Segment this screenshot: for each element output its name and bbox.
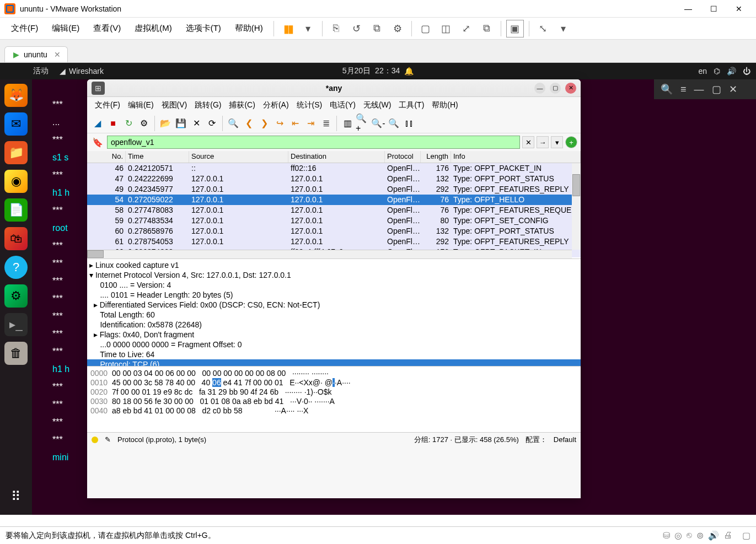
settings-icon[interactable]: ⚙ — [389, 20, 406, 37]
col-header-info[interactable]: Info — [451, 151, 581, 163]
hex-row[interactable]: 0000 00 00 03 04 00 06 00 00 00 00 00 00… — [90, 369, 577, 378]
menu-tabs[interactable]: 选项卡(T) — [180, 20, 227, 37]
dock-libreoffice-icon[interactable]: 📄 — [4, 198, 28, 222]
minimize-button[interactable]: — — [675, 0, 701, 18]
network-icon[interactable]: ⎋ — [687, 530, 692, 541]
detail-line[interactable]: Time to Live: 64 — [89, 349, 578, 359]
packet-row[interactable]: 460.242120571::ff02::16OpenFl…176Type: O… — [87, 163, 581, 174]
console-icon[interactable]: ▣ — [506, 20, 524, 37]
save-file-icon[interactable]: 💾 — [174, 116, 188, 131]
packet-details[interactable]: ▸ Linux cooked capture v1 ▾ Internet Pro… — [87, 258, 581, 366]
pencil-icon[interactable]: ✎ — [105, 435, 111, 444]
ws-close-icon[interactable]: ✕ — [565, 83, 576, 94]
col-header-no[interactable]: No. — [87, 151, 126, 163]
system-tray[interactable]: en ⌬ 🔊 ⏻ — [698, 67, 750, 76]
col-header-time[interactable]: Time — [126, 151, 189, 163]
printer-icon[interactable]: 🖨 — [723, 530, 732, 541]
view-split-icon[interactable]: ◫ — [437, 20, 455, 37]
go-back-icon[interactable]: ❮ — [242, 116, 256, 131]
apply-filter-icon[interactable]: → — [537, 136, 549, 148]
packet-row[interactable]: 600.278658976127.0.0.1127.0.0.1OpenFl…13… — [87, 226, 581, 236]
tab-close-icon[interactable]: ✕ — [54, 50, 61, 59]
ws-menu-view[interactable]: 视图(V) — [158, 99, 191, 112]
detail-line[interactable]: ▸ Differentiated Services Field: 0x00 (D… — [89, 300, 578, 310]
dock-rhythmbox-icon[interactable]: ◉ — [4, 170, 28, 193]
capture-options-icon[interactable]: ⚙ — [137, 116, 151, 131]
ws-menu-go[interactable]: 跳转(G) — [191, 99, 224, 112]
menu-edit[interactable]: 编辑(E) — [46, 20, 85, 37]
network-icon[interactable]: ⌬ — [714, 67, 720, 76]
maximize-icon[interactable]: ▢ — [712, 83, 721, 95]
hex-row[interactable]: 0020 7f 00 00 01 19 e9 8c dc fa 31 29 bb… — [90, 387, 577, 397]
dock-files-icon[interactable]: 📁 — [4, 141, 28, 164]
restart-capture-icon[interactable]: ↻ — [121, 116, 136, 131]
hex-row[interactable]: 0040 a8 eb bd 41 01 00 00 08 d2 c0 bb 58… — [90, 406, 577, 416]
snapshot-icon[interactable]: ⎘ — [328, 20, 345, 37]
stop-capture-icon[interactable]: ■ — [106, 116, 120, 131]
menu-vm[interactable]: 虚拟机(M) — [129, 20, 178, 37]
maximize-button[interactable]: ☐ — [701, 0, 726, 18]
bookmark-filter-icon[interactable]: 🔖 — [90, 135, 105, 149]
hex-row[interactable]: 0030 80 18 00 56 fe 30 00 00 01 01 08 0a… — [90, 397, 577, 406]
auto-scroll-icon[interactable]: ≣ — [319, 116, 333, 131]
power-icon[interactable]: ⏻ — [743, 67, 750, 76]
dock-mininet-icon[interactable]: ⚙ — [4, 284, 28, 308]
menu-view[interactable]: 查看(V) — [88, 20, 126, 37]
ws-menu-wireless[interactable]: 无线(W) — [360, 99, 395, 112]
go-first-icon[interactable]: ⇤ — [288, 116, 302, 131]
active-app-indicator[interactable]: ◢ Wireshark — [60, 67, 104, 76]
dock-software-icon[interactable]: 🛍 — [4, 227, 28, 250]
horizontal-scrollbar[interactable] — [87, 250, 572, 258]
dock-terminal-icon[interactable]: ▸_ — [4, 313, 28, 336]
packet-bytes[interactable]: 0000 00 00 03 04 00 06 00 00 00 00 00 00… — [87, 366, 581, 432]
fit-guest-icon[interactable]: ⤢ — [458, 20, 475, 37]
ws-menu-tools[interactable]: 工具(T) — [395, 99, 427, 112]
vm-display[interactable]: 活动 ◢ Wireshark 5月20日 22：34 🔔 en ⌬ 🔊 ⏻ 🔍 … — [0, 63, 756, 515]
packet-list-body[interactable]: 460.242120571::ff02::16OpenFl…176Type: O… — [87, 163, 581, 257]
detail-line[interactable]: ▾ Internet Protocol Version 4, Src: 127.… — [89, 270, 578, 280]
wireshark-titlebar[interactable]: ⊞ *any — ▢ ✕ — [87, 79, 581, 97]
clear-filter-icon[interactable]: ✕ — [522, 136, 534, 148]
find-packet-icon[interactable]: 🔍 — [226, 116, 240, 131]
dropdown-icon[interactable]: ▾ — [299, 20, 317, 37]
ws-menu-capture[interactable]: 捕获(C) — [226, 99, 258, 112]
ws-minimize-icon[interactable]: — — [534, 83, 545, 94]
detail-line[interactable]: Total Length: 60 — [89, 310, 578, 320]
filter-history-icon[interactable]: ▾ — [551, 136, 563, 148]
detail-line[interactable]: 0100 .... = Version: 4 — [89, 280, 578, 290]
reload-icon[interactable]: ⟳ — [205, 116, 219, 131]
open-file-icon[interactable]: 📂 — [158, 116, 173, 131]
volume-icon[interactable]: 🔊 — [727, 67, 736, 76]
display-icon[interactable]: ▢ — [742, 530, 750, 541]
ws-maximize-icon[interactable]: ▢ — [550, 83, 561, 94]
search-icon[interactable]: 🔍 — [661, 83, 673, 95]
status-profile[interactable]: Default — [554, 435, 576, 444]
zoom-out-icon[interactable]: 🔍- — [371, 116, 385, 131]
hex-row[interactable]: 0010 45 00 00 3c 58 78 40 00 40 06 e4 41… — [90, 378, 577, 387]
dock-firefox-icon[interactable]: 🦊 — [4, 84, 28, 107]
disk-icon[interactable]: ⛁ — [663, 530, 670, 541]
view-single-icon[interactable]: ▢ — [417, 20, 435, 37]
menu-help[interactable]: 帮助(H) — [229, 20, 269, 37]
ws-menu-analyze[interactable]: 分析(A) — [260, 99, 292, 112]
packet-row[interactable]: 540.272059022127.0.0.1127.0.0.1OpenFl…76… — [87, 195, 581, 205]
ws-menu-statistics[interactable]: 统计(S) — [293, 99, 326, 112]
resize-columns-icon[interactable]: ⫿⫿ — [402, 116, 416, 131]
zoom-in-icon[interactable]: 🔍+ — [356, 116, 370, 131]
dock-help-icon[interactable]: ? — [4, 256, 28, 279]
col-header-proto[interactable]: Protocol — [385, 151, 421, 163]
close-icon[interactable]: ✕ — [729, 83, 737, 95]
ws-menu-file[interactable]: 文件(F) — [92, 99, 124, 112]
detail-line[interactable]: ...0 0000 0000 0000 = Fragment Offset: 0 — [89, 340, 578, 349]
detail-line[interactable]: .... 0101 = Header Length: 20 bytes (5) — [89, 290, 578, 300]
col-header-source[interactable]: Source — [189, 151, 288, 163]
add-filter-icon[interactable]: + — [565, 136, 577, 148]
detail-line[interactable]: ▸ Linux cooked capture v1 — [89, 260, 578, 270]
sound-icon[interactable]: 🔊 — [708, 530, 719, 541]
packet-row[interactable]: 590.277483534127.0.0.1127.0.0.1OpenFl…80… — [87, 216, 581, 226]
snapshot-manager-icon[interactable]: ⧉ — [368, 20, 386, 37]
ws-menu-help[interactable]: 帮助(H) — [428, 99, 461, 112]
packet-row[interactable]: 490.242345977127.0.0.1127.0.0.1OpenFl…29… — [87, 184, 581, 195]
usb-icon[interactable]: ⊚ — [696, 530, 704, 541]
detail-line[interactable]: ▸ Flags: 0x40, Don't fragment — [89, 330, 578, 340]
